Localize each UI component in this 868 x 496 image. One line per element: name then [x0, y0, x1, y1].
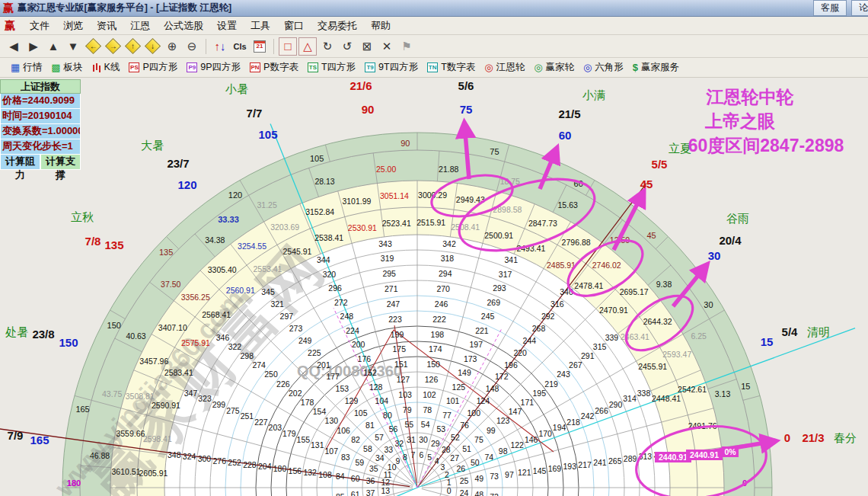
price-ring-inner-cell: 2545.91 — [282, 247, 311, 256]
nav-up-icon[interactable]: ▲ — [44, 37, 62, 56]
customer-service-button[interactable]: 客服 — [813, 0, 847, 16]
menu-item-5[interactable]: 公式选股 — [157, 18, 210, 34]
spiral-12-cell: 268 — [532, 324, 546, 333]
cls-button-icon[interactable]: Cls — [231, 37, 249, 56]
tool-kline[interactable]: K线 — [88, 59, 125, 75]
tool-hexagon[interactable]: ◎六角形 — [579, 59, 628, 75]
draw-triangle-icon[interactable]: △ — [298, 37, 317, 56]
spiral-9-cell: 197 — [470, 340, 483, 349]
spiral-11-cell: 247 — [387, 299, 400, 309]
price-ring-inner-cell: 2560.91 — [226, 286, 255, 295]
box-x-icon[interactable]: ⊠ — [358, 37, 376, 56]
pan-up-icon[interactable]: ↑ — [123, 37, 142, 56]
price-ring-outer-cell: 3610.51 — [112, 467, 141, 476]
nav-down-icon[interactable]: ▼ — [64, 37, 82, 56]
highlighted-cell-value: 2440.91 — [659, 453, 688, 462]
step-row: 周天变化步长=1 — [0, 139, 81, 155]
spiral-5-cell: 104 — [375, 396, 389, 405]
percent-ring-cell: 37.50 — [161, 280, 180, 289]
tool-sectors-icon: ▩ — [51, 62, 60, 73]
zoom-in-icon[interactable]: ⊕ — [163, 37, 181, 56]
sort-updown-icon[interactable]: ↑↓ — [211, 37, 229, 56]
rotate-cw-icon[interactable]: ↻ — [318, 37, 337, 56]
spiral-2-cell: 30 — [419, 435, 428, 444]
tool-quotes[interactable]: ▦行情 — [6, 59, 46, 75]
spiral-12-cell: 272 — [334, 298, 348, 307]
tool-winner-wheel[interactable]: ◎赢家轮 — [529, 59, 579, 75]
gann-wheel-canvas[interactable]: 赢家财富网www.yingjia360.comQQ:10080036015304… — [0, 78, 868, 496]
nav-forward-icon[interactable]: ▶ — [24, 37, 43, 56]
calendar-icon[interactable]: 21 — [251, 37, 269, 56]
draw-rect-icon[interactable]: □ — [279, 37, 297, 56]
percent-ring-cell: 40.63 — [126, 331, 145, 341]
menu-item-10[interactable]: 帮助 — [364, 18, 397, 34]
spiral-13-cell: 294 — [439, 269, 452, 278]
tool-t-square[interactable]: TST四方形 — [303, 59, 360, 75]
price-ring-outer-cell: 3101.99 — [342, 197, 371, 206]
spiral-1-cell: 0 — [447, 486, 452, 495]
tool-9t-square[interactable]: T99T四方形 — [360, 59, 423, 75]
tool-quotes-icon: ▦ — [11, 62, 20, 73]
spiral-14-cell: 323 — [198, 394, 212, 403]
spiral-13-cell: 298 — [241, 351, 254, 360]
tool-9t-square-label: 9T四方形 — [378, 61, 418, 74]
spiral-8-cell: 177 — [326, 372, 340, 381]
rotate-ccw-icon[interactable]: ↺ — [338, 37, 356, 56]
price-ring-inner-cell: 2508.41 — [451, 222, 480, 232]
menu-item-4[interactable]: 江恩 — [123, 18, 157, 34]
spiral-12-cell: 266 — [595, 406, 608, 415]
wheel-extra-label: 180 — [67, 478, 81, 488]
pan-down-icon[interactable]: ↓ — [143, 37, 161, 56]
flag-icon[interactable]: ⚑ — [397, 37, 416, 56]
spiral-6-cell: 129 — [345, 396, 359, 405]
calc-support-button[interactable]: 计算支撑 — [40, 155, 81, 170]
wheel-axis-label: 23/7 — [167, 157, 189, 170]
tool-p-number-table[interactable]: PNP数字表 — [245, 59, 303, 75]
window-title: 赢家江恩专业版[赢家服务平台] - [上证指数 江恩轮] — [18, 2, 809, 14]
spiral-6-cell: 125 — [452, 382, 466, 392]
spiral-6-cell: 124 — [477, 396, 490, 405]
menu-item-1[interactable]: 文件 — [23, 18, 56, 34]
menu-item-2[interactable]: 浏览 — [56, 18, 90, 34]
spiral-3-cell: 60 — [351, 474, 360, 483]
spiral-1-cell: 13 — [381, 486, 391, 495]
spiral-9-cell: 201 — [317, 360, 330, 370]
tool-sectors[interactable]: ▩板块 — [46, 59, 87, 75]
zoom-out-icon[interactable]: ⊖ — [183, 37, 201, 56]
annotation-text-line2: 上帝之眼 — [704, 111, 775, 131]
wheel-axis-label: 30 — [708, 249, 721, 262]
view-toolbar: ▦行情▩板块K线PSP四方形P99P四方形PNP数字表TST四方形T99T四方形… — [0, 58, 868, 78]
menu-item-9[interactable]: 交易委托 — [311, 18, 364, 34]
pan-right-icon[interactable]: → — [104, 37, 122, 56]
pan-left-icon[interactable]: ← — [84, 37, 102, 56]
tool-kline-icon — [92, 62, 101, 73]
spiral-11-cell: 248 — [340, 312, 354, 321]
tool-gann-wheel[interactable]: ◎江恩轮 — [480, 59, 529, 75]
spiral-3-cell: 56 — [389, 424, 398, 434]
calc-resistance-button[interactable]: 计算阻力 — [0, 155, 40, 170]
spiral-6-cell: 123 — [496, 416, 510, 425]
menu-item-3[interactable]: 资讯 — [90, 18, 123, 34]
spiral-10-cell: 223 — [388, 315, 402, 324]
nav-back-icon[interactable]: ◀ — [5, 37, 23, 56]
menu-item-7[interactable]: 工具 — [244, 18, 277, 34]
spiral-7-cell: 155 — [297, 435, 311, 444]
tool-t-number-table[interactable]: TNT数字表 — [423, 59, 480, 75]
price-ring-outer-cell: 2695.17 — [620, 287, 649, 296]
spiral-3-cell: 57 — [375, 433, 384, 442]
tool-gann-wheel-label: 江恩轮 — [496, 61, 525, 74]
tool-winner-service-label: 赢家服务 — [641, 61, 679, 74]
price-ring-outer-cell: 2593.47 — [662, 350, 691, 359]
spiral-14-cell: 318 — [441, 254, 455, 263]
menu-item-8[interactable]: 窗口 — [277, 18, 311, 34]
tool-p-square[interactable]: PSP四方形 — [124, 59, 182, 75]
tool-9p-square[interactable]: P99P四方形 — [182, 59, 245, 75]
spiral-14-cell: 324 — [183, 452, 196, 461]
spiral-15-cell: 345 — [261, 287, 275, 296]
forum-button[interactable]: 论坛 — [851, 0, 868, 16]
spiral-13-cell: 299 — [212, 400, 226, 409]
menu-logo-icon: 赢 — [5, 19, 15, 33]
tool-winner-service[interactable]: $赢家服务 — [628, 59, 684, 75]
menu-item-6[interactable]: 设置 — [210, 18, 244, 34]
converge-icon[interactable]: ✕ — [378, 37, 396, 56]
